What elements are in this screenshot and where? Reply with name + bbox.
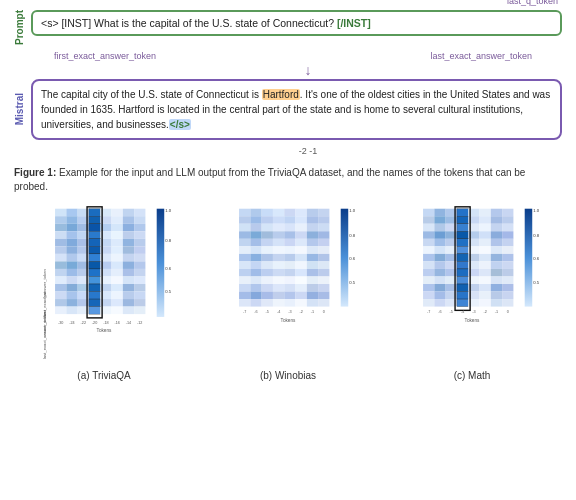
svg-rect-165 [262,239,273,247]
svg-rect-199 [284,269,295,277]
svg-text:-24: -24 [69,321,74,325]
svg-rect-216 [296,284,307,292]
svg-rect-44 [55,246,66,254]
svg-text:-1: -1 [311,310,314,314]
svg-rect-225 [307,292,318,300]
svg-text:Tokens: Tokens [465,318,481,323]
svg-text:1.0: 1.0 [165,208,172,213]
svg-rect-200 [296,269,307,277]
caption-text: Example for the input and LLM output fro… [14,167,525,192]
arrow-connector: ↓ [14,63,562,77]
svg-rect-319 [491,269,502,277]
svg-rect-93 [66,292,77,300]
svg-rect-169 [307,239,318,247]
svg-rect-306 [434,261,445,269]
svg-rect-330 [434,284,445,292]
svg-rect-111 [89,307,100,315]
svg-rect-69 [66,269,77,277]
svg-rect-7 [89,209,100,217]
svg-rect-33 [112,231,123,239]
svg-rect-207 [284,276,295,284]
svg-rect-171 [239,246,250,254]
svg-rect-162 [318,231,329,239]
svg-rect-153 [307,224,318,232]
svg-rect-258 [434,216,445,224]
svg-rect-296 [502,246,513,254]
svg-rect-156 [250,231,261,239]
mistral-vertical-label: Mistral [14,93,25,125]
svg-rect-140 [250,216,261,224]
svg-rect-192 [296,261,307,269]
svg-rect-213 [262,284,273,292]
svg-text:-4: -4 [277,310,280,314]
math-heatmap-wrapper: -7 -6 -5 -4 -3 -2 -1 0 Tokens [382,204,562,366]
svg-rect-53 [66,254,77,262]
svg-rect-256 [502,209,513,217]
prompt-vertical-label: Prompt [14,10,25,45]
svg-rect-137 [307,209,318,217]
inst-close-tag: [/INST] [337,17,371,29]
annotation-row: first_exact_answer_token last_exact_answ… [14,51,562,61]
svg-rect-113 [112,307,123,315]
svg-rect-346 [434,299,445,307]
svg-text:-12: -12 [137,321,142,325]
svg-rect-50 [123,246,134,254]
svg-rect-211 [239,284,250,292]
svg-rect-147 [239,224,250,232]
svg-rect-343 [491,292,502,300]
svg-rect-63 [89,261,100,269]
svg-rect-314 [434,269,445,277]
svg-rect-344 [502,292,513,300]
svg-rect-294 [480,246,491,254]
svg-text:-20: -20 [92,321,97,325]
svg-rect-160 [296,231,307,239]
svg-rect-148 [250,224,261,232]
svg-text:0.5: 0.5 [165,289,172,294]
svg-rect-187 [239,261,250,269]
svg-rect-284 [457,239,468,247]
svg-rect-194 [318,261,329,269]
winobias-heatmap-wrapper: -7 -6 -5 -4 -3 -2 -1 0 Tokens [198,204,378,366]
svg-rect-270 [480,224,491,232]
svg-rect-181 [262,254,273,262]
diagram-section: Prompt last_q_token <s> [INST] What is t… [14,10,562,156]
svg-text:-5: -5 [266,310,269,314]
svg-rect-126 [157,209,165,317]
svg-rect-68 [55,269,66,277]
svg-rect-166 [273,239,284,247]
svg-rect-271 [491,224,502,232]
svg-rect-4 [55,209,66,217]
svg-rect-164 [250,239,261,247]
svg-rect-274 [434,231,445,239]
svg-rect-75 [134,269,145,277]
svg-rect-308 [457,261,468,269]
svg-rect-311 [491,261,502,269]
svg-rect-10 [123,209,134,217]
svg-rect-83 [134,276,145,284]
svg-rect-17 [112,216,123,224]
svg-rect-85 [66,284,77,292]
svg-rect-280 [502,231,513,239]
figure-num: Figure 1: [14,167,56,178]
svg-rect-101 [66,299,77,307]
svg-rect-342 [480,292,491,300]
svg-rect-91 [134,284,145,292]
figure-caption: Figure 1: Example for the input and LLM … [14,166,562,194]
svg-rect-151 [284,224,295,232]
svg-rect-145 [307,216,318,224]
svg-rect-115 [134,307,145,315]
svg-rect-109 [66,307,77,315]
svg-rect-107 [134,299,145,307]
svg-rect-37 [66,239,77,247]
math-chart-label: (c) Math [454,370,491,381]
svg-rect-170 [318,239,329,247]
last-exact-answer-label: last_exact_answer_token [430,51,532,61]
hartford-highlight: Hartford [262,89,300,100]
svg-rect-255 [491,209,502,217]
svg-text:0.8: 0.8 [533,233,540,238]
svg-text:last: last [42,291,47,298]
svg-rect-135 [284,209,295,217]
svg-rect-26 [123,224,134,232]
neg-labels: -2 -1 [14,146,562,156]
svg-rect-136 [296,209,307,217]
